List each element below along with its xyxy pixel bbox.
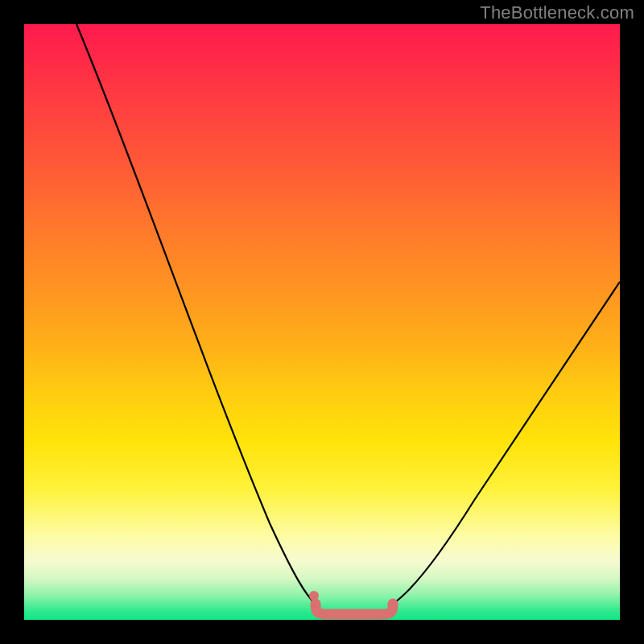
left-curve [76,24,316,604]
chart-stage: TheBottleneck.com [0,0,644,644]
valley-left-dot [309,591,319,601]
attribution-label: TheBottleneck.com [480,2,634,23]
plot-area [24,24,620,620]
right-curve [393,282,620,604]
valley-floor [316,604,393,614]
curve-overlay [24,24,620,620]
